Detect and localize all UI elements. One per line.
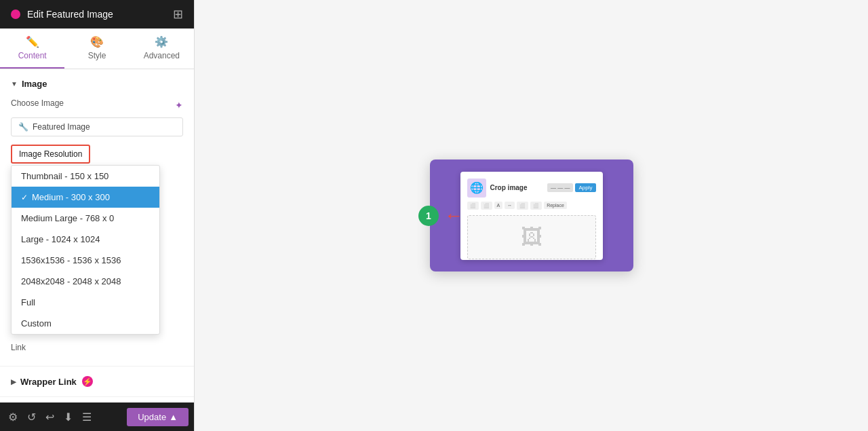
dropdown-item-full-label: Full [21,297,35,307]
image-section-label: Image [22,79,47,89]
bottom-tools-group: ⚙ ↺ ↩ ⬇ ☰ [5,408,94,426]
bottom-toolbar: ⚙ ↺ ↩ ⬇ ☰ Update ▲ [0,402,194,431]
dropdown-item-thumbnail[interactable]: Thumbnail - 150 x 150 [12,166,159,187]
undo-tool-btn[interactable]: ↩ [43,408,57,426]
featured-image-value: Featured Image [33,122,90,132]
crop-apply-btn[interactable]: Apply [575,183,595,192]
wrapper-link-label: Wrapper Link [20,377,77,387]
crop-dialog-header: 🌐 Crop image — — — Apply [467,179,596,198]
chevron-right-icon: ▶ [11,378,16,386]
tab-advanced[interactable]: ⚙️ Advanced [130,29,194,69]
crop-dialog-title: Crop image [490,184,528,191]
image-resolution-dropdown[interactable]: Thumbnail - 150 x 150 ✓ Medium - 300 x 3… [11,165,160,335]
style-tab-icon: 🎨 [90,35,104,48]
crop-dialog-left: 🌐 Crop image [467,179,528,198]
dropdown-item-thumbnail-label: Thumbnail - 150 x 150 [21,171,108,181]
arrow-annotation: 1 ← [418,205,678,227]
tabs-bar: ✏️ Content 🎨 Style ⚙️ Advanced [0,29,194,69]
dropdown-item-medium[interactable]: ✓ Medium - 300 x 300 [12,187,159,208]
dropdown-item-1536-label: 1536x1536 - 1536 x 1536 [21,255,121,265]
dropdown-item-medium-large-label: Medium Large - 768 x 0 [21,213,114,223]
tab-advanced-label: Advanced [144,51,180,60]
advanced-tab-icon: ⚙️ [155,35,168,48]
tab-style-label: Style [88,51,106,60]
image-resolution-label[interactable]: Image Resolution [11,145,90,164]
dropdown-item-1536[interactable]: 1536x1536 - 1536 x 1536 [12,250,159,271]
dropdown-item-2048-label: 2048x2048 - 2048 x 2048 [21,276,121,286]
choose-image-group: Choose Image ✦ 🔧 Featured Image [11,98,183,136]
dropdown-item-2048[interactable]: 2048x2048 - 2048 x 2048 [12,271,159,292]
history-tool-btn[interactable]: ↺ [24,408,39,426]
crop-thumbnail: 🌐 [467,179,486,198]
dropdown-item-custom[interactable]: Custom [12,313,159,334]
dropdown-item-medium-label: Medium - 300 x 300 [32,192,110,202]
choose-image-label: Choose Image [11,98,64,108]
settings-tool-btn[interactable]: ⚙ [5,408,20,426]
link-label: Link [11,339,183,356]
featured-image-input[interactable]: 🔧 Featured Image [11,117,183,136]
tab-content-label: Content [18,51,47,60]
wrapper-link-header: ▶ Wrapper Link ⚡ [11,376,183,387]
tab-style[interactable]: 🎨 Style [64,29,129,69]
image-section: ▼ Image Choose Image ✦ 🔧 Featured Image … [0,69,194,367]
dropdown-item-full[interactable]: Full [12,292,159,313]
tab-content[interactable]: ✏️ Content [0,29,64,69]
update-button[interactable]: Update ▲ [127,408,189,426]
sidebar-header-left: Edit Featured Image [11,9,113,20]
menu-tool-btn[interactable]: ☰ [79,408,94,426]
check-icon: ✓ [21,193,28,202]
dropdown-item-custom-label: Custom [21,318,52,329]
step-number: 1 [426,210,431,221]
wrapper-link-section[interactable]: ▶ Wrapper Link ⚡ [0,367,194,397]
dropdown-item-medium-large[interactable]: Medium Large - 768 x 0 [12,208,159,229]
crop-cancel-btn[interactable]: — — — [547,183,573,192]
dropdown-item-large[interactable]: Large - 1024 x 1024 [12,229,159,250]
app-logo-dot [11,10,20,19]
chevron-down-icon: ▼ [11,80,18,88]
update-chevron-icon: ▲ [169,412,178,422]
magic-wand-icon[interactable]: ✦ [175,100,183,111]
crop-dialog-buttons: — — — Apply [547,183,595,192]
dropdown-item-large-label: Large - 1024 x 1024 [21,234,100,244]
main-content: 🌐 Crop image — — — Apply ⬜ ⬜ A ↔ ⬜ ⬜ Rep… [195,0,868,431]
sidebar-title: Edit Featured Image [27,9,113,20]
update-button-label: Update [138,412,166,422]
image-resolution-row: Image Resolution Thumbnail - 150 x 150 ✓… [11,145,183,164]
wrench-icon: 🔧 [18,122,28,132]
grid-icon[interactable]: ⊞ [173,7,183,22]
sidebar-header: Edit Featured Image ⊞ [0,0,194,29]
image-section-header[interactable]: ▼ Image [11,79,183,89]
content-tab-icon: ✏️ [26,35,39,48]
crop-image-icon: 🖼 [521,225,542,250]
arrow-icon: ← [444,205,463,227]
choose-image-row: Choose Image ✦ [11,98,183,112]
sidebar: Edit Featured Image ⊞ ✏️ Content 🎨 Style… [0,0,195,431]
step-badge: 1 [418,206,439,226]
sidebar-content: ▼ Image Choose Image ✦ 🔧 Featured Image … [0,69,194,431]
pro-badge-wrapper: ⚡ [82,376,93,387]
download-tool-btn[interactable]: ⬇ [61,408,75,426]
